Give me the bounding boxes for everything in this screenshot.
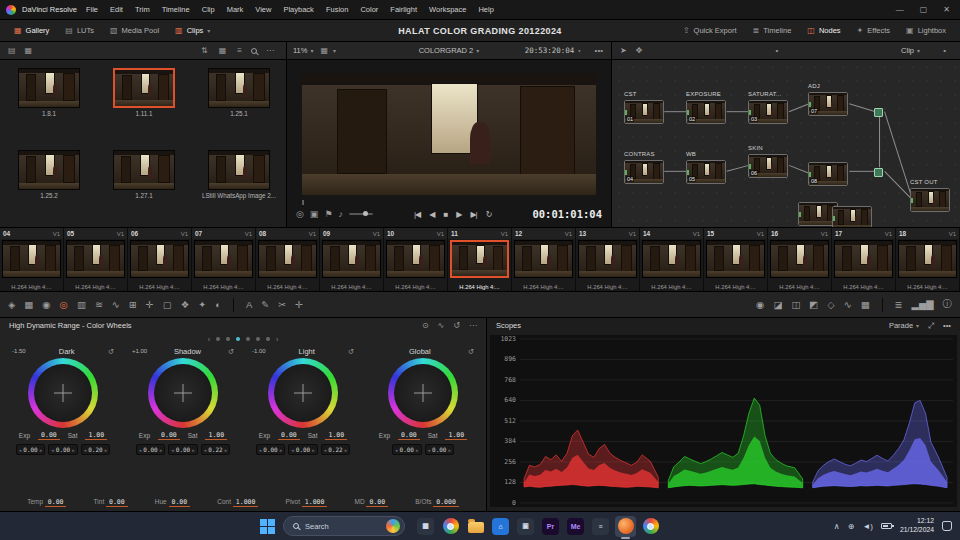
scope-expand-icon[interactable]: ⤢: [928, 321, 934, 331]
wheel-reset-icon[interactable]: ↺: [348, 347, 354, 356]
pan-icon[interactable]: ✥: [634, 46, 645, 55]
color-wheels-icon[interactable]: ◉: [42, 299, 50, 310]
timeline-clip[interactable]: 07V1H.264 High 4:...: [192, 228, 256, 291]
quick-export-button[interactable]: ⇪Quick Export: [675, 23, 745, 38]
param-md[interactable]: MD 0.00: [355, 498, 389, 506]
menu-item-timeline[interactable]: Timeline: [156, 3, 196, 16]
timeline-clip[interactable]: 13V1H.264 High 4:...: [576, 228, 640, 291]
menu-item-playback[interactable]: Playback: [277, 3, 319, 16]
stills-filter-icon[interactable]: ▦: [23, 46, 35, 55]
gallery-still[interactable]: 1.8.1: [4, 68, 94, 118]
scopes-icon[interactable]: ∿: [844, 299, 852, 310]
effects-toggle[interactable]: ✦Effects: [849, 23, 899, 38]
node-graph-panel[interactable]: CST01EXPOSURE02SATURAT...03ADJ07CONTRAS0…: [612, 60, 960, 227]
menu-item-color[interactable]: Color: [354, 3, 384, 16]
clip-thumbnail[interactable]: [834, 240, 893, 278]
highlight-icon[interactable]: ◩: [809, 299, 818, 310]
volume-icon[interactable]: ♪: [338, 209, 343, 219]
clip-thumbnail[interactable]: [130, 240, 189, 278]
clip-thumbnail[interactable]: [898, 240, 957, 278]
color-wheel-dark[interactable]: [28, 358, 98, 428]
scissors-icon[interactable]: ✂: [278, 299, 286, 310]
gallery-still[interactable]: 1.25.2: [4, 150, 94, 200]
clip-thumbnail[interactable]: [322, 240, 381, 278]
gallery-toggle[interactable]: ▦Gallery: [6, 23, 57, 38]
hidden-icons-chevron[interactable]: ∧: [834, 522, 840, 531]
data-burn-icon[interactable]: ≣: [895, 299, 903, 310]
reset-all-icon[interactable]: ↺: [453, 321, 460, 330]
menu-item-fairlight[interactable]: Fairlight: [384, 3, 423, 16]
color-node-07[interactable]: 07: [808, 92, 848, 116]
viewer-timecode-select[interactable]: 20:53:20:04▾: [525, 46, 581, 55]
chart-icon[interactable]: ▂▅▇: [912, 299, 934, 310]
sort-icon[interactable]: ⇅: [199, 46, 210, 55]
stepper-right-arrow[interactable]: ▸: [312, 447, 315, 453]
zoom-select[interactable]: 11%▾: [293, 46, 313, 55]
timeline-toggle[interactable]: ≣Timeline: [745, 23, 800, 38]
sat-value[interactable]: 1.00: [85, 431, 107, 440]
wheel-page-dot[interactable]: [246, 337, 250, 341]
list-view-icon[interactable]: ≡: [235, 46, 244, 55]
stepper-right-arrow[interactable]: ▸: [345, 447, 348, 453]
curves-icon[interactable]: ∿: [112, 299, 120, 310]
sat-value[interactable]: 1.00: [325, 431, 347, 440]
clip-thumbnail[interactable]: [386, 240, 445, 278]
qualifier-icon[interactable]: ✛: [146, 299, 154, 310]
clip-thumbnail[interactable]: [706, 240, 765, 278]
play-button[interactable]: ▶: [456, 210, 461, 219]
timeline-clip[interactable]: 04V1H.264 High 4:...: [0, 228, 64, 291]
timeline-clip[interactable]: 12V1H.264 High 4:...: [512, 228, 576, 291]
nodes-more-icon[interactable]: •: [943, 46, 946, 55]
wheel-value-box[interactable]: ◂0.00▸: [136, 444, 165, 455]
menu-item-clip[interactable]: Clip: [196, 3, 221, 16]
nodes-toggle[interactable]: ◫Nodes: [799, 23, 848, 38]
stepper-left-arrow[interactable]: ◂: [204, 447, 207, 453]
timeline-clip[interactable]: 06V1H.264 High 4:...: [128, 228, 192, 291]
task-view[interactable]: ▦: [415, 516, 436, 537]
target-icon[interactable]: ⊙: [422, 321, 429, 330]
sat-value[interactable]: 1.00: [445, 431, 467, 440]
keyframes-icon[interactable]: ◇: [827, 299, 834, 310]
stepper-right-arrow[interactable]: ▸: [40, 447, 43, 453]
menu-item-workspace[interactable]: Workspace: [423, 3, 472, 16]
stop-button[interactable]: ■: [443, 210, 447, 219]
volume-slider[interactable]: [349, 213, 373, 215]
wheel-value-box[interactable]: ◂0.00▸: [288, 444, 317, 455]
luts-toggle[interactable]: ▤LUTs: [57, 23, 102, 38]
play-reverse-button[interactable]: ◀: [429, 210, 434, 219]
wheel-reset-icon[interactable]: ↺: [468, 347, 474, 356]
wheel-value-box[interactable]: ◂0.22▸: [201, 444, 230, 455]
color-wheel-light[interactable]: [268, 358, 338, 428]
taskbar-search[interactable]: Search: [283, 516, 405, 536]
stepper-left-arrow[interactable]: ◂: [324, 447, 327, 453]
color-node-08[interactable]: 08: [808, 162, 848, 186]
split-screen-icon[interactable]: ◫: [791, 299, 800, 310]
info-icon[interactable]: ⓘ: [943, 298, 953, 311]
clips-toggle[interactable]: ▥Clips▾: [167, 23, 218, 38]
param-bofs[interactable]: B/Ofs 0.000: [415, 498, 459, 506]
sat-value[interactable]: 1.00: [205, 431, 227, 440]
edge-browser[interactable]: [440, 516, 461, 537]
auto-color-icon[interactable]: A: [246, 299, 252, 310]
gallery-still[interactable]: 1.11.1: [99, 68, 189, 118]
more-options-icon[interactable]: ⋯: [469, 321, 477, 330]
color-match-icon[interactable]: ▦: [24, 299, 33, 310]
clip-thumbnail[interactable]: [450, 240, 509, 278]
color-warper-icon[interactable]: ⊞: [129, 299, 137, 310]
viewer-more-options-icon[interactable]: •••: [593, 46, 605, 55]
clip-thumbnail[interactable]: [642, 240, 701, 278]
param-temp[interactable]: Temp 0.00: [27, 498, 66, 506]
menu-item-file[interactable]: File: [80, 3, 104, 16]
param-tint[interactable]: Tint 0.00: [94, 498, 128, 506]
stepper-right-arrow[interactable]: ▸: [448, 447, 451, 453]
menu-item-edit[interactable]: Edit: [104, 3, 129, 16]
dots-prev-arrow[interactable]: ‹: [208, 336, 210, 343]
stepper-right-arrow[interactable]: ▸: [280, 447, 283, 453]
stepper-left-arrow[interactable]: ◂: [19, 447, 22, 453]
wheel-value-box[interactable]: ◂0.00▸: [48, 444, 77, 455]
param-cont[interactable]: Cont 1.000: [217, 498, 258, 506]
wipe-icon[interactable]: ◪: [773, 299, 782, 310]
still-thumbnail[interactable]: [208, 68, 270, 108]
power-window-icon[interactable]: ▢: [163, 299, 172, 310]
flag-icon[interactable]: ⚑: [324, 209, 332, 219]
